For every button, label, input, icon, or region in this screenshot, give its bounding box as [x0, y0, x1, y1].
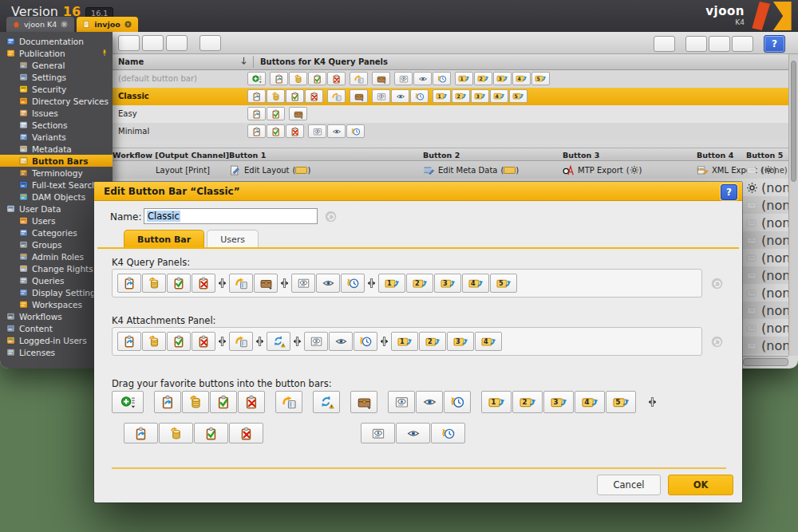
- sidebar-item-button-bars[interactable]: Button Bars: [0, 155, 113, 167]
- user-key-button[interactable]: [709, 36, 730, 52]
- sidebar-item-terminology[interactable]: Terminology: [0, 167, 113, 179]
- open-layout-button[interactable]: [350, 72, 368, 85]
- checkin-button[interactable]: [267, 107, 285, 120]
- n2-button[interactable]: 2: [452, 89, 470, 103]
- preview-button[interactable]: [394, 72, 413, 85]
- show-button[interactable]: [329, 332, 353, 351]
- show-button[interactable]: [316, 274, 340, 293]
- name-input[interactable]: Classic: [144, 208, 318, 224]
- show-button[interactable]: [416, 391, 443, 413]
- n5-button[interactable]: 5: [490, 274, 517, 293]
- history-button[interactable]: [354, 332, 377, 351]
- checkout-database-button[interactable]: [289, 72, 307, 85]
- help-button[interactable]: ?: [764, 35, 785, 53]
- n5-button[interactable]: 5: [509, 89, 527, 103]
- history-button[interactable]: [433, 72, 451, 85]
- key-button[interactable]: [685, 36, 707, 52]
- new-object-button[interactable]: [247, 72, 266, 85]
- cancel-checkout-button[interactable]: [305, 89, 323, 103]
- n2-button[interactable]: 2: [474, 72, 492, 85]
- delete-button[interactable]: [200, 35, 221, 51]
- preview-button[interactable]: [304, 332, 328, 351]
- name-reset-button[interactable]: [324, 210, 338, 227]
- checkin-button[interactable]: [210, 391, 237, 413]
- cancel-checkout-button[interactable]: [192, 274, 215, 293]
- sidebar-item-security[interactable]: Security: [0, 83, 113, 95]
- pin-icon[interactable]: [101, 48, 109, 58]
- cancel-checkout-button[interactable]: [229, 423, 263, 443]
- history-button[interactable]: [346, 124, 365, 138]
- checkout-button[interactable]: [117, 274, 141, 293]
- history-button[interactable]: [341, 274, 365, 293]
- separator-handle[interactable]: [646, 394, 658, 410]
- sidebar-item-publication[interactable]: Publication: [0, 47, 113, 59]
- query-panels-reset-button[interactable]: [710, 277, 724, 294]
- checkout-database-button[interactable]: [142, 274, 166, 293]
- workflow-button-1[interactable]: Edit Layout(): [229, 161, 310, 179]
- dialog-help-button[interactable]: ?: [721, 184, 737, 200]
- sidebar-item-variants[interactable]: Variants: [0, 131, 113, 143]
- checkout-database-button[interactable]: [182, 391, 209, 413]
- buttonbar-row-classic[interactable]: Classic12345: [113, 88, 788, 105]
- history-button[interactable]: [431, 423, 465, 443]
- checkin-button[interactable]: [286, 89, 304, 103]
- separator-handle[interactable]: [279, 275, 290, 291]
- cancel-checkout-button[interactable]: [327, 72, 346, 85]
- n4-button[interactable]: 4: [575, 391, 605, 413]
- window-tab-invjoo[interactable]: invjoo: [77, 17, 138, 32]
- cancel-button[interactable]: Cancel: [597, 475, 661, 495]
- sidebar-item-issues[interactable]: Issues: [0, 107, 113, 119]
- n4-button[interactable]: 4: [490, 89, 508, 103]
- n3-button[interactable]: 3: [434, 274, 461, 293]
- separator-handle[interactable]: [365, 275, 377, 291]
- update-warning-button[interactable]: [313, 391, 340, 413]
- archive-button[interactable]: [350, 89, 368, 103]
- cancel-checkout-button[interactable]: [286, 124, 304, 138]
- add-button[interactable]: [118, 35, 140, 51]
- horizontal-scrollbar-thumb[interactable]: [743, 358, 788, 366]
- checkout-button[interactable]: [124, 423, 158, 443]
- buttonbar-row-minimal[interactable]: Minimal: [113, 123, 788, 140]
- preview-button[interactable]: [361, 423, 395, 443]
- open-layout-button[interactable]: [229, 332, 253, 351]
- checkout-button[interactable]: [247, 107, 266, 120]
- n3-button[interactable]: 3: [447, 332, 474, 351]
- preview-button[interactable]: [388, 391, 415, 413]
- separator-handle[interactable]: [216, 333, 228, 349]
- archive-button[interactable]: [289, 107, 307, 120]
- n4-button[interactable]: 4: [462, 274, 489, 293]
- buttonbar-row-easy[interactable]: Easy: [113, 105, 788, 123]
- show-button[interactable]: [327, 124, 346, 138]
- n3-button[interactable]: 3: [493, 72, 512, 85]
- sidebar-item-general[interactable]: General: [0, 59, 113, 71]
- n3-button[interactable]: 3: [471, 89, 489, 103]
- separator-handle[interactable]: [291, 333, 303, 349]
- sidebar-item-documentation[interactable]: Documentation: [0, 35, 113, 47]
- n1-button[interactable]: 1: [455, 72, 473, 85]
- update-warning-button[interactable]: [267, 332, 290, 351]
- workflow-button-5[interactable]: (none): [746, 161, 788, 179]
- preview-button[interactable]: [291, 274, 315, 293]
- filter-button[interactable]: [654, 36, 675, 52]
- open-layout-button[interactable]: [229, 274, 253, 293]
- checkin-button[interactable]: [167, 274, 191, 293]
- show-button[interactable]: [396, 423, 430, 443]
- sidebar-item-settings[interactable]: Settings: [0, 71, 113, 83]
- ok-button[interactable]: OK: [668, 475, 733, 495]
- checkout-database-button[interactable]: [142, 332, 166, 351]
- n5-button[interactable]: 5: [531, 72, 550, 85]
- show-button[interactable]: [413, 72, 432, 85]
- checkout-button[interactable]: [154, 391, 181, 413]
- n2-button[interactable]: 2: [406, 274, 433, 293]
- cancel-checkout-button[interactable]: [238, 391, 265, 413]
- n4-button[interactable]: 4: [512, 72, 531, 85]
- checkin-button[interactable]: [194, 423, 228, 443]
- tab-close-icon[interactable]: [124, 20, 132, 29]
- checkout-button[interactable]: [247, 124, 266, 138]
- checkin-button[interactable]: [167, 332, 191, 351]
- history-button[interactable]: [444, 391, 471, 413]
- checkout-button[interactable]: [247, 89, 266, 103]
- duplicate-button[interactable]: [166, 35, 188, 51]
- separator-handle[interactable]: [216, 275, 228, 291]
- separator-handle[interactable]: [378, 333, 390, 349]
